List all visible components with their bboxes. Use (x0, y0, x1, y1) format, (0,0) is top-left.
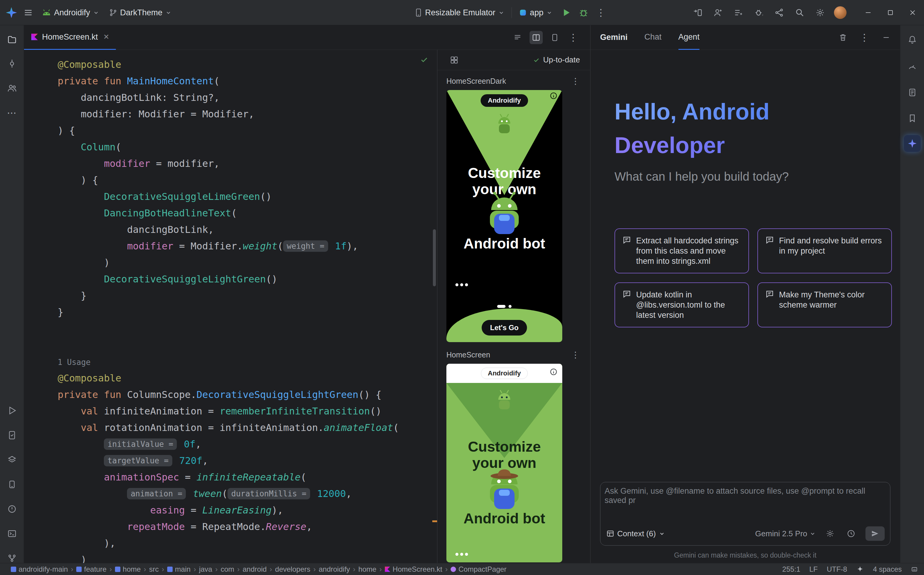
pull-requests-tool-button[interactable] (3, 80, 21, 97)
caret-position[interactable]: 255:1 (782, 565, 800, 573)
split-view-button[interactable] (530, 31, 543, 44)
build-variants-tool-button[interactable] (3, 451, 21, 468)
gemini-input-box[interactable]: Context (6) Gemini 2.5 Pro (600, 482, 891, 546)
user-avatar[interactable] (834, 6, 846, 19)
search-everywhere-button[interactable] (793, 6, 806, 19)
editor-scrollbar[interactable] (433, 229, 436, 286)
gemini-debug-button[interactable] (752, 6, 765, 19)
project-selector[interactable]: Androidify (39, 5, 102, 21)
breadcrumb-item[interactable]: HomeScreen.kt (385, 565, 442, 573)
problems-tool-button[interactable] (3, 500, 21, 517)
breadcrumb-item[interactable]: feature (76, 565, 107, 573)
main-menu-button[interactable] (22, 6, 35, 19)
lets-go-button[interactable]: Let's Go (482, 320, 527, 335)
preview-options-icon[interactable]: ⋮ (571, 76, 580, 86)
maximize-icon (887, 9, 894, 16)
gemini-share-button[interactable] (773, 6, 786, 19)
inspection-ok-icon[interactable] (420, 55, 429, 64)
editor-config-icon[interactable] (911, 566, 918, 573)
profiler-tool-button[interactable] (904, 58, 921, 75)
code-token: val (81, 405, 104, 417)
code-token (58, 455, 104, 466)
gemini-tool-button[interactable] (904, 135, 921, 152)
info-icon (550, 92, 557, 100)
preview-gallery-button[interactable] (448, 53, 461, 67)
gemini-suggestion-card[interactable]: Update kotlin in @libs.version.toml to t… (614, 283, 749, 327)
breadcrumb-item[interactable]: developers (275, 565, 310, 573)
breadcrumb-item[interactable]: src (149, 565, 159, 573)
breadcrumb-item[interactable]: CompactPager (451, 565, 506, 573)
preview-homescreendark[interactable]: Androidify Customize your own Android bo… (446, 90, 562, 342)
phone-check-icon (8, 430, 16, 440)
breadcrumb-item[interactable]: androidify (319, 565, 350, 573)
run-button[interactable] (560, 6, 573, 19)
project-tool-button[interactable] (3, 31, 21, 48)
context-selector[interactable]: Context (6) (606, 529, 665, 538)
device-manager-tool-button[interactable] (3, 476, 21, 493)
gemini-suggestion-card[interactable]: Extract all hardcoded strings from this … (614, 229, 749, 273)
indent-setting[interactable]: 4 spaces (873, 565, 902, 573)
design-view-button[interactable] (548, 31, 561, 44)
gemini-more-button[interactable]: ⋮ (858, 31, 871, 44)
editor-more-button[interactable]: ⋮ (567, 31, 580, 44)
line-separator[interactable]: LF (809, 565, 818, 573)
ai-status-icon[interactable] (856, 565, 864, 573)
history-button[interactable] (844, 527, 858, 540)
breadcrumb-item[interactable]: com (221, 565, 234, 573)
close-button[interactable] (906, 6, 919, 19)
breadcrumb-item[interactable]: home (358, 565, 377, 573)
code-editor[interactable]: @Composableprivate fun MainHomeContent( … (24, 50, 437, 563)
breadcrumb-item[interactable]: home (115, 565, 141, 573)
breadcrumb-item[interactable]: androidify-main (11, 565, 68, 573)
delete-conversation-button[interactable] (837, 31, 849, 44)
tab-chat[interactable]: Chat (644, 25, 662, 50)
minimize-button[interactable] (862, 6, 875, 19)
maximize-button[interactable] (884, 6, 897, 19)
gemini-panel: Gemini Chat Agent ⋮ Hello, Android Devel… (590, 25, 900, 563)
more-run-actions-button[interactable]: ⋮ (595, 6, 608, 19)
breadcrumb-item[interactable]: android (243, 565, 267, 573)
file-encoding[interactable]: UTF-8 (827, 565, 847, 573)
ui-check-tool-button[interactable] (3, 427, 21, 443)
preview-homescreen[interactable]: Androidify Customize your own Android bo… (446, 364, 562, 562)
grid-view-icon (450, 56, 458, 64)
hide-panel-button[interactable] (879, 31, 893, 44)
run-tool-button[interactable] (3, 402, 21, 419)
editor-tab-homescreen[interactable]: HomeScreen.kt ✕ (24, 25, 116, 50)
device-mirroring-button[interactable] (691, 6, 704, 19)
editor-view-modes: ⋮ (511, 31, 580, 44)
commit-tool-button[interactable] (3, 55, 21, 72)
terminal-tool-button[interactable] (3, 525, 21, 542)
breadcrumb-item[interactable]: main (167, 565, 191, 573)
suggestion-text: Find and resolve build errors in my proj… (779, 235, 884, 256)
tab-agent[interactable]: Agent (678, 25, 700, 50)
vcs-branch-selector[interactable]: DarkTheme (106, 5, 174, 21)
model-selector[interactable]: Gemini 2.5 Pro (755, 529, 816, 538)
tab-close-icon[interactable]: ✕ (103, 33, 109, 41)
split-view-icon (532, 33, 540, 42)
code-token: 0f (184, 438, 196, 450)
code-token: @Composable (58, 59, 121, 70)
gemini-profile-button[interactable] (711, 6, 725, 19)
warning-stripe-mark[interactable] (432, 520, 437, 522)
code-token: () (370, 405, 382, 417)
task-list-button[interactable] (732, 6, 745, 19)
send-button[interactable] (865, 526, 885, 541)
gemini-suggestion-card[interactable]: Make my Theme's color scheme warmer (757, 283, 892, 327)
breadcrumb-item[interactable]: java (199, 565, 212, 573)
more-tools-button[interactable]: ⋯ (3, 105, 21, 121)
logcat-tool-button[interactable] (904, 84, 921, 101)
notifications-button[interactable] (904, 31, 921, 48)
gemini-suggestion-card[interactable]: Find and resolve build errors in my proj… (757, 229, 892, 273)
settings-button[interactable] (814, 6, 827, 19)
gemini-prompt-input[interactable] (604, 486, 886, 519)
code-line: private fun MainHomeContent( (58, 73, 430, 89)
code-token: ), (58, 537, 116, 549)
code-view-button[interactable] (511, 31, 524, 44)
device-selector[interactable]: Resizable Emulator (412, 5, 507, 21)
bookmarks-tool-button[interactable] (904, 110, 921, 127)
preview-options-icon[interactable]: ⋮ (571, 350, 580, 360)
debug-button[interactable] (577, 6, 590, 19)
gemini-settings-button[interactable] (824, 527, 837, 540)
run-config-selector[interactable]: app (516, 5, 555, 21)
